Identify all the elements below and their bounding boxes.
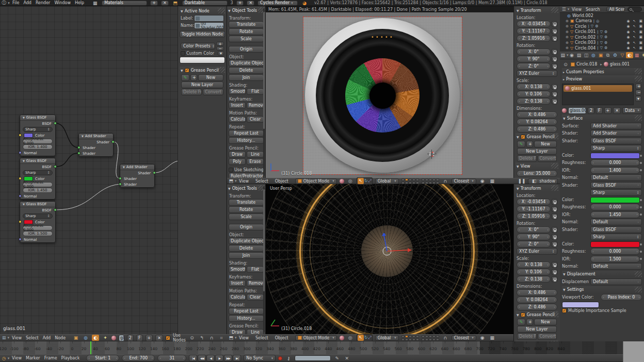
jump-to-end-button[interactable]: ▶| — [233, 355, 241, 361]
multiple-importance-checkbox[interactable]: ✓ — [562, 308, 567, 313]
previous-frame-button[interactable]: ◀ — [206, 355, 215, 361]
dimension-z-field[interactable]: ‹Z: 0.486› — [517, 304, 557, 310]
layer-toggle[interactable] — [409, 338, 412, 341]
shader-1-ior-field[interactable]: ‹1.400› — [590, 167, 640, 174]
shader-1-roughness-field[interactable]: ‹0.000› — [590, 159, 640, 166]
layer-toggle[interactable] — [432, 178, 436, 181]
scale-lock-icon[interactable] — [552, 269, 557, 275]
location-x-field[interactable]: ‹X: -0.03454› — [517, 21, 551, 27]
view-panel-header[interactable]: ▼View — [516, 162, 558, 170]
material-unlink-button[interactable]: ✕ — [155, 335, 163, 341]
viewport-wireframe[interactable]: User Persp (31) Circle.018 — [266, 184, 513, 334]
layer-toggle[interactable] — [436, 338, 439, 341]
material-unlink-button[interactable]: ✕ — [613, 107, 621, 114]
tab-object-icon[interactable]: ▣ — [597, 52, 604, 58]
scene-field[interactable]: Darktable — [182, 1, 228, 6]
socket-dot[interactable] — [640, 243, 642, 245]
socket-dot[interactable] — [640, 251, 642, 253]
preset-remove-button[interactable]: − — [216, 46, 224, 51]
menu-view[interactable]: View — [12, 356, 22, 360]
dimension-y-field[interactable]: ‹Y: 0.08264› — [517, 119, 557, 125]
active-node-panel-header[interactable]: ▼Active Node — [180, 7, 225, 14]
selectable-arrow-icon[interactable]: ↖ — [633, 35, 636, 39]
editor-type-node-icon[interactable]: ⊞▾ — [2, 335, 9, 341]
layer-toggle[interactable] — [436, 335, 439, 338]
scale-manipulator-icon[interactable]: ⤢ — [368, 178, 371, 184]
menu-select[interactable]: Select — [26, 336, 39, 340]
breadcrumb-object[interactable]: Circle.018 — [576, 62, 597, 67]
tool-draw-button[interactable]: Draw — [229, 151, 246, 158]
layer-toggle[interactable] — [409, 335, 412, 338]
layer-toggle[interactable] — [429, 338, 432, 341]
layer-toggle[interactable] — [401, 178, 405, 181]
tool-shelf-scrollbar[interactable] — [263, 186, 265, 332]
settings-panel-header[interactable]: ▼Settings — [562, 286, 642, 293]
tool-line-button[interactable]: Line — [247, 329, 264, 334]
renderable-camera-icon[interactable]: ▣ — [639, 19, 642, 23]
outliner-item-circle-002[interactable]: ⊕▽Circle.002|▽⚙◉↖▣ — [560, 35, 644, 40]
menu-help[interactable]: Help — [75, 1, 84, 5]
tool-flat-button[interactable]: Flat — [247, 88, 264, 95]
scale-lock-icon[interactable] — [552, 84, 557, 90]
outliner-search-input[interactable] — [627, 7, 642, 12]
layer-toggle[interactable] — [405, 335, 408, 338]
tool-insert-button[interactable]: Insert — [229, 102, 246, 109]
location-lock-icon[interactable] — [552, 213, 557, 219]
normal-input-socket[interactable] — [19, 194, 22, 198]
shader-object-icon[interactable]: ▣ — [72, 335, 79, 341]
pause-render-icon[interactable]: ❚❚ — [518, 178, 525, 184]
shader-3-ior-field[interactable]: ‹1.500› — [590, 256, 640, 262]
orientation-dropdown[interactable]: Global▾ — [375, 178, 399, 184]
shader-1-dropdown[interactable]: Glass BSDF◦ — [590, 138, 642, 144]
layer-toggle[interactable] — [416, 182, 419, 184]
grease-draw-icon[interactable]: ✎ — [181, 74, 189, 81]
shader-3-normal-dropdown[interactable]: Default◦ — [590, 263, 642, 270]
grease-new-layer-button[interactable]: New Layer — [517, 148, 557, 155]
custom-properties-panel-header[interactable]: ▸Custom Properties — [562, 68, 642, 75]
outliner-item-circle-004[interactable]: ⊕▽Circle.004|▽⚙◉↖▣ — [560, 45, 644, 51]
tool-delete-button[interactable]: Delete — [229, 67, 264, 74]
outliner-item-circle-001[interactable]: ⊕▽Circle.001|▽⚙◉↖▣ — [560, 29, 644, 35]
ruler-protractor-button[interactable]: Ruler/Protractor — [229, 173, 264, 178]
use-sketching-toggle[interactable]: Use Sketching Sessi — [229, 168, 264, 172]
editor-type-3dview-icon[interactable]: ⬒▾ — [229, 335, 236, 341]
layer-toggle[interactable] — [422, 182, 425, 184]
slot-specials-button[interactable]: ▾ — [635, 96, 641, 102]
tool-flat-button[interactable]: Flat — [247, 266, 264, 273]
location-x-field[interactable]: ‹X: -0.03454› — [517, 199, 551, 205]
frame-start-field[interactable]: ‹Start: 1› — [86, 355, 119, 361]
layer-toggle[interactable] — [425, 335, 428, 338]
color-input-socket[interactable] — [19, 220, 22, 223]
socket-dot[interactable] — [640, 162, 642, 164]
insert-keyframe-icon[interactable]: ✎ — [333, 355, 341, 361]
tab-material-icon[interactable]: ◐ — [626, 52, 633, 58]
shader-3-dropdown[interactable]: Glass BSDF◦ — [590, 226, 642, 233]
render-border-icon[interactable]: ⌗ — [218, 335, 225, 341]
rotation-lock-icon[interactable] — [552, 234, 557, 240]
bsdf-output-socket[interactable] — [54, 165, 57, 168]
visibility-eye-icon[interactable]: ◉ — [626, 24, 630, 28]
rotation-x-field[interactable]: ‹X: 0°› — [517, 48, 551, 55]
viewport-shading-icon[interactable] — [340, 179, 344, 184]
dimension-z-field[interactable]: ‹Z: 0.486› — [517, 126, 557, 133]
material-name-field[interactable]: glass.001 — [568, 107, 586, 114]
snap-icon[interactable]: ∩ — [208, 335, 215, 341]
location-lock-icon[interactable] — [552, 28, 557, 34]
layer-toggle[interactable] — [405, 178, 408, 181]
roughness-slider[interactable]: Roughness: 0.000 — [23, 139, 53, 144]
location-lock-icon[interactable] — [552, 21, 557, 27]
displacement-panel-header[interactable]: ▼Displacement — [562, 271, 642, 278]
preset-add-button[interactable]: + — [216, 42, 224, 46]
layer-toggle[interactable] — [429, 182, 432, 184]
layer-toggle[interactable] — [432, 338, 436, 341]
visibility-eye-icon[interactable]: ◉ — [626, 30, 630, 34]
location-lock-icon[interactable] — [552, 206, 557, 212]
bsdf-output-socket[interactable] — [54, 122, 57, 125]
node-editor-canvas[interactable]: ▼Glass BSDF BSDF Sharp↕ Color Roughness:… — [0, 6, 178, 334]
renderable-camera-icon[interactable]: ▣ — [639, 41, 642, 45]
outliner-item-circle-003[interactable]: ⊕▽Circle.003|▽⚙◉↖▣ — [560, 40, 644, 46]
layer-toggle[interactable] — [425, 178, 428, 181]
distribution-dropdown[interactable]: Sharp↕ — [23, 127, 53, 132]
layer-toggle[interactable] — [429, 335, 432, 338]
tab-render-icon[interactable]: ◉ — [568, 52, 575, 58]
